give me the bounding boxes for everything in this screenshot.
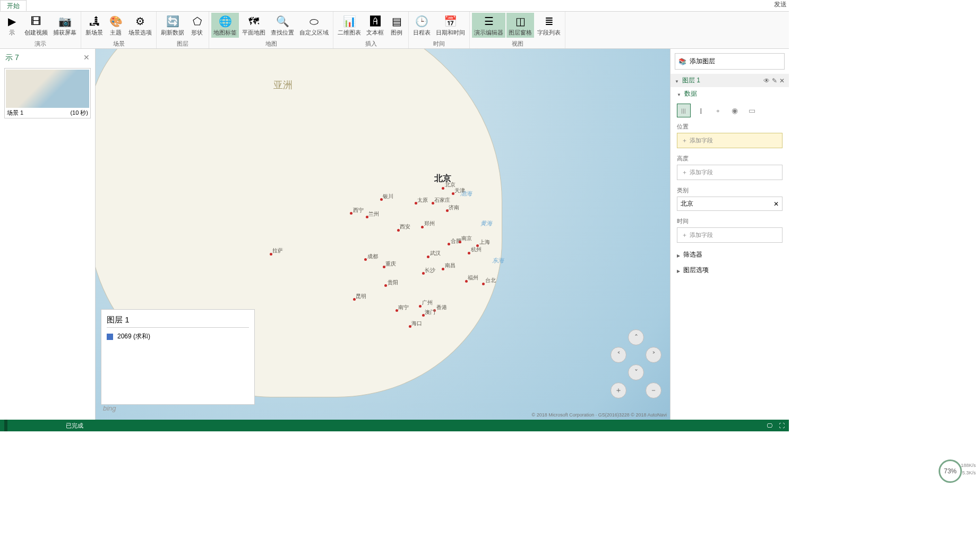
visualization-type-row: ⫼ ⫿ ∘ ◉ ▭ xyxy=(670,100,789,121)
clock-icon: 🕒 xyxy=(415,14,429,29)
flat-map-button[interactable]: 🗺平面地图 xyxy=(240,13,268,38)
ribbon-group-insert: 📊二维图表 🅰文本框 ▤图例 插入 xyxy=(333,12,409,48)
location-field-drop[interactable]: ＋添加字段 xyxy=(677,133,783,148)
timeline-button[interactable]: 🕒日程表 xyxy=(411,13,433,38)
group-label-time: 时间 xyxy=(411,39,467,48)
city-dot[interactable] xyxy=(380,198,383,201)
group-label-scene: 场景 xyxy=(83,39,154,48)
city-label: 武汉 xyxy=(430,250,441,257)
edit-icon[interactable]: ✎ xyxy=(772,77,777,84)
viz-region-button[interactable]: ▭ xyxy=(745,104,759,117)
city-dot[interactable] xyxy=(409,325,411,328)
city-dot[interactable] xyxy=(422,272,425,275)
map-viewport[interactable]: 亚洲 渤海 黄海 东海 北京 北京天津石家庄太原济南银川西宁兰州西安郑州拉萨合肥… xyxy=(96,49,670,420)
continent-label-asia: 亚洲 xyxy=(273,79,293,91)
add-layer-button[interactable]: 📚 添加图层 xyxy=(675,53,785,70)
city-label: 西宁 xyxy=(353,207,364,214)
city-label: 海口 xyxy=(411,320,422,327)
flat-icon: 🗺 xyxy=(246,14,261,29)
map-legend[interactable]: 图层 1 2069 (求和) xyxy=(101,309,255,405)
nav-right-button[interactable]: ˃ xyxy=(646,347,661,363)
tab-home[interactable]: 开始 xyxy=(0,0,27,11)
city-label: 太原 xyxy=(417,197,428,204)
category-field-value[interactable]: 北京 ✕ xyxy=(677,197,783,211)
city-label: 昆明 xyxy=(356,293,366,300)
plus-icon: ＋ xyxy=(682,137,687,144)
capture-screen-button[interactable]: 📷捕获屏幕 xyxy=(51,13,79,38)
layer-options-section-header[interactable]: 图层选项 xyxy=(670,262,789,278)
nav-left-button[interactable]: ˂ xyxy=(611,347,626,363)
map-labels-button[interactable]: 🌐地图标签 xyxy=(211,13,239,38)
textbox-button[interactable]: 🅰文本框 xyxy=(364,13,386,38)
viz-column-button[interactable]: ⫼ xyxy=(677,104,691,117)
viz-clustered-button[interactable]: ⫿ xyxy=(694,104,708,117)
datetime-button[interactable]: 📅日期和时间 xyxy=(434,13,467,38)
delete-layer-icon[interactable]: ✕ xyxy=(779,77,785,84)
field-list-button[interactable]: ≣字段列表 xyxy=(535,13,563,38)
city-dot[interactable] xyxy=(415,202,417,205)
map-plus-icon: 🏞 xyxy=(87,14,102,29)
ribbon-send-link[interactable]: 发送 xyxy=(774,0,789,11)
nav-down-button[interactable]: ˅ xyxy=(628,364,644,380)
label-icon: 🌐 xyxy=(218,14,233,29)
find-location-button[interactable]: 🔍查找位置 xyxy=(269,13,296,38)
viz-heatmap-button[interactable]: ◉ xyxy=(728,104,742,117)
layer-header[interactable]: 图层 1 👁 ✎ ✕ xyxy=(670,74,789,87)
bing-logo: bing xyxy=(103,404,116,412)
city-label: 南昌 xyxy=(445,262,455,269)
status-view-icon[interactable]: 🖵 xyxy=(767,422,772,429)
scene-thumbnail[interactable]: 场景 1 (10 秒) xyxy=(4,68,91,118)
location-field-label: 位置 xyxy=(677,123,783,131)
city-label: 银川 xyxy=(383,193,393,200)
city-dot[interactable] xyxy=(353,298,356,301)
chart-2d-button[interactable]: 📊二维图表 xyxy=(336,13,363,38)
ribbon-group-view: ☰演示编辑器 ◫图层窗格 ≣字段列表 视图 xyxy=(470,12,565,48)
layer-pane-button[interactable]: ◫图层窗格 xyxy=(506,13,534,38)
city-label: 石家庄 xyxy=(434,197,450,204)
legend-item-label: 2069 (求和) xyxy=(117,332,150,341)
scenes-panel-close-icon[interactable]: ✕ xyxy=(83,53,90,63)
city-dot[interactable] xyxy=(422,314,425,317)
time-field-drop[interactable]: ＋添加字段 xyxy=(677,227,783,243)
data-section-header[interactable]: 数据 xyxy=(670,87,789,100)
create-video-button[interactable]: 🎞创建视频 xyxy=(22,13,50,38)
city-dot[interactable] xyxy=(465,280,468,283)
theme-button[interactable]: 🎨主题 xyxy=(106,13,125,38)
layer-panel: 📚 添加图层 图层 1 👁 ✎ ✕ 数据 ⫼ ⫿ ∘ ◉ ▭ 位置 ＋添加字段 xyxy=(670,49,789,420)
new-scene-button[interactable]: 🏞新场景 xyxy=(83,13,105,38)
nav-up-button[interactable]: ˄ xyxy=(628,329,644,345)
tour-editor-button[interactable]: ☰演示编辑器 xyxy=(472,13,505,38)
layers-icon: 📚 xyxy=(678,58,686,65)
shape-button[interactable]: ⬠形状 xyxy=(187,13,207,38)
zoom-in-button[interactable]: ＋ xyxy=(611,382,626,398)
city-label: 台北 xyxy=(485,277,496,284)
sea-label-huanghai: 黄海 xyxy=(480,219,492,227)
city-label: 南宁 xyxy=(398,304,409,311)
city-label: 广州 xyxy=(422,299,433,307)
zoom-out-button[interactable]: － xyxy=(646,382,661,398)
status-fullscreen-icon[interactable]: ⛶ xyxy=(779,422,785,429)
viz-bubble-button[interactable]: ∘ xyxy=(711,104,725,117)
city-dot[interactable] xyxy=(419,305,422,308)
shape-icon: ⬠ xyxy=(190,14,204,29)
scene-options-button[interactable]: ⚙场景选项 xyxy=(126,13,154,38)
plus-icon: ＋ xyxy=(682,168,687,176)
city-dot[interactable] xyxy=(482,283,485,285)
city-label: 上海 xyxy=(479,239,490,246)
status-bar: 已完成 🖵 ⛶ xyxy=(0,420,789,431)
play-demo-button[interactable]: ▶示 xyxy=(2,13,21,38)
filter-section-header[interactable]: 筛选器 xyxy=(670,247,789,262)
visibility-icon[interactable]: 👁 xyxy=(763,77,770,84)
play-icon: ▶ xyxy=(4,14,19,29)
group-label-insert: 插入 xyxy=(336,39,406,48)
city-dot[interactable] xyxy=(468,252,470,254)
region-icon: ⬭ xyxy=(307,14,322,29)
height-field-drop[interactable]: ＋添加字段 xyxy=(677,165,783,180)
refresh-data-button[interactable]: 🔄刷新数据 xyxy=(159,13,186,38)
remove-field-icon[interactable]: ✕ xyxy=(773,200,779,208)
legend-button[interactable]: ▤图例 xyxy=(387,13,406,38)
custom-area-button[interactable]: ⬭自定义区域 xyxy=(297,13,331,38)
chevron-right-icon xyxy=(677,267,680,274)
scene-duration: (10 秒) xyxy=(70,109,88,117)
city-dot[interactable] xyxy=(366,216,368,218)
